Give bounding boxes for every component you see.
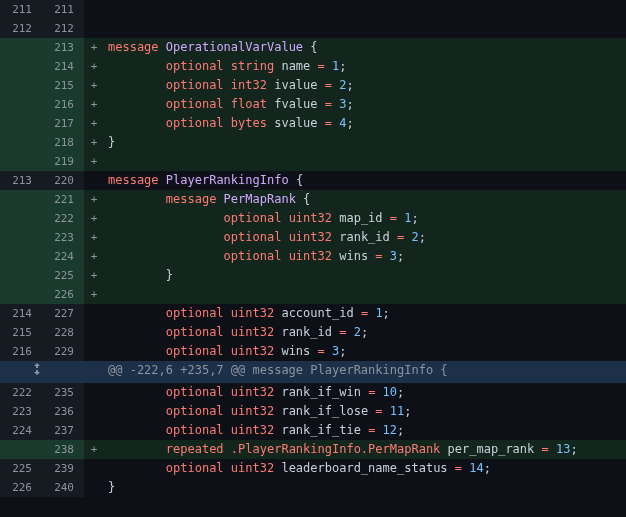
code-content[interactable]: optional uint32 map_id = 1; xyxy=(104,209,626,228)
diff-line[interactable]: 226+ xyxy=(0,285,626,304)
new-line-number[interactable]: 218 xyxy=(42,133,84,152)
code-content[interactable]: optional uint32 wins = 3; xyxy=(104,247,626,266)
code-content[interactable]: repeated .PlayerRankingInfo.PerMapRank p… xyxy=(104,440,626,459)
code-content[interactable]: optional uint32 wins = 3; xyxy=(104,342,626,361)
diff-line[interactable]: 225+ } xyxy=(0,266,626,285)
diff-line[interactable]: 218+} xyxy=(0,133,626,152)
new-line-number[interactable]: 219 xyxy=(42,152,84,171)
new-line-number[interactable]: 226 xyxy=(42,285,84,304)
code-content[interactable]: } xyxy=(104,478,626,497)
code-content[interactable]: optional uint32 account_id = 1; xyxy=(104,304,626,323)
new-line-number[interactable]: 222 xyxy=(42,209,84,228)
expand-hunk-button[interactable] xyxy=(0,361,84,383)
code-content[interactable]: optional uint32 rank_id = 2; xyxy=(104,323,626,342)
old-line-number[interactable]: 211 xyxy=(0,0,42,19)
new-line-number[interactable]: 227 xyxy=(42,304,84,323)
new-line-number[interactable]: 236 xyxy=(42,402,84,421)
code-content[interactable]: optional string name = 1; xyxy=(104,57,626,76)
diff-line[interactable]: 213+message OperationalVarValue { xyxy=(0,38,626,57)
new-line-number[interactable]: 217 xyxy=(42,114,84,133)
old-line-number[interactable]: 224 xyxy=(0,421,42,440)
old-line-number[interactable]: 216 xyxy=(0,342,42,361)
diff-line[interactable]: 215228 optional uint32 rank_id = 2; xyxy=(0,323,626,342)
diff-line[interactable]: 222235 optional uint32 rank_if_win = 10; xyxy=(0,383,626,402)
old-line-number[interactable]: 225 xyxy=(0,459,42,478)
code-content[interactable]: optional float fvalue = 3; xyxy=(104,95,626,114)
new-line-number[interactable]: 213 xyxy=(42,38,84,57)
diff-line[interactable]: 223+ optional uint32 rank_id = 2; xyxy=(0,228,626,247)
code-content[interactable]: optional uint32 rank_if_lose = 11; xyxy=(104,402,626,421)
old-line-number[interactable] xyxy=(0,114,42,133)
diff-line[interactable]: 215+ optional int32 ivalue = 2; xyxy=(0,76,626,95)
diff-line[interactable]: 212212 xyxy=(0,19,626,38)
diff-line[interactable]: 216229 optional uint32 wins = 3; xyxy=(0,342,626,361)
old-line-number[interactable] xyxy=(0,440,42,459)
diff-line[interactable]: @@ -222,6 +235,7 @@ message PlayerRankin… xyxy=(0,361,626,383)
old-line-number[interactable] xyxy=(0,266,42,285)
diff-line[interactable]: 223236 optional uint32 rank_if_lose = 11… xyxy=(0,402,626,421)
old-line-number[interactable] xyxy=(0,247,42,266)
old-line-number[interactable] xyxy=(0,190,42,209)
diff-line[interactable]: 213220message PlayerRankingInfo { xyxy=(0,171,626,190)
old-line-number[interactable]: 226 xyxy=(0,478,42,497)
old-line-number[interactable] xyxy=(0,152,42,171)
code-content[interactable] xyxy=(104,152,626,171)
new-line-number[interactable]: 212 xyxy=(42,19,84,38)
code-content[interactable] xyxy=(104,19,626,38)
old-line-number[interactable] xyxy=(0,57,42,76)
new-line-number[interactable]: 235 xyxy=(42,383,84,402)
code-content[interactable] xyxy=(104,0,626,19)
code-content[interactable]: optional uint32 rank_id = 2; xyxy=(104,228,626,247)
new-line-number[interactable]: 221 xyxy=(42,190,84,209)
diff-line[interactable]: 211211 xyxy=(0,0,626,19)
old-line-number[interactable]: 213 xyxy=(0,171,42,190)
diff-line[interactable]: 225239 optional uint32 leaderboard_name_… xyxy=(0,459,626,478)
new-line-number[interactable]: 239 xyxy=(42,459,84,478)
old-line-number[interactable] xyxy=(0,285,42,304)
new-line-number[interactable]: 220 xyxy=(42,171,84,190)
code-content[interactable]: optional uint32 rank_if_win = 10; xyxy=(104,383,626,402)
new-line-number[interactable]: 240 xyxy=(42,478,84,497)
code-content[interactable]: } xyxy=(104,266,626,285)
diff-line[interactable]: 238+ repeated .PlayerRankingInfo.PerMapR… xyxy=(0,440,626,459)
new-line-number[interactable]: 214 xyxy=(42,57,84,76)
old-line-number[interactable] xyxy=(0,209,42,228)
new-line-number[interactable]: 229 xyxy=(42,342,84,361)
new-line-number[interactable]: 228 xyxy=(42,323,84,342)
code-content[interactable]: } xyxy=(104,133,626,152)
diff-line[interactable]: 226240} xyxy=(0,478,626,497)
old-line-number[interactable]: 214 xyxy=(0,304,42,323)
new-line-number[interactable]: 238 xyxy=(42,440,84,459)
new-line-number[interactable]: 211 xyxy=(42,0,84,19)
code-content[interactable] xyxy=(104,285,626,304)
new-line-number[interactable]: 224 xyxy=(42,247,84,266)
diff-line[interactable]: 217+ optional bytes svalue = 4; xyxy=(0,114,626,133)
old-line-number[interactable]: 222 xyxy=(0,383,42,402)
code-content[interactable]: optional uint32 rank_if_tie = 12; xyxy=(104,421,626,440)
old-line-number[interactable] xyxy=(0,133,42,152)
code-content[interactable]: optional bytes svalue = 4; xyxy=(104,114,626,133)
diff-line[interactable]: 224+ optional uint32 wins = 3; xyxy=(0,247,626,266)
code-content[interactable]: optional int32 ivalue = 2; xyxy=(104,76,626,95)
old-line-number[interactable] xyxy=(0,95,42,114)
old-line-number[interactable]: 215 xyxy=(0,323,42,342)
new-line-number[interactable]: 225 xyxy=(42,266,84,285)
old-line-number[interactable]: 223 xyxy=(0,402,42,421)
diff-line[interactable]: 214+ optional string name = 1; xyxy=(0,57,626,76)
diff-line[interactable]: 221+ message PerMapRank { xyxy=(0,190,626,209)
old-line-number[interactable] xyxy=(0,38,42,57)
code-content[interactable]: message PlayerRankingInfo { xyxy=(104,171,626,190)
old-line-number[interactable] xyxy=(0,228,42,247)
code-content[interactable]: message PerMapRank { xyxy=(104,190,626,209)
code-content[interactable]: optional uint32 leaderboard_name_status … xyxy=(104,459,626,478)
old-line-number[interactable]: 212 xyxy=(0,19,42,38)
code-content[interactable]: message OperationalVarValue { xyxy=(104,38,626,57)
diff-line[interactable]: 224237 optional uint32 rank_if_tie = 12; xyxy=(0,421,626,440)
diff-line[interactable]: 214227 optional uint32 account_id = 1; xyxy=(0,304,626,323)
new-line-number[interactable]: 223 xyxy=(42,228,84,247)
diff-line[interactable]: 219+ xyxy=(0,152,626,171)
new-line-number[interactable]: 215 xyxy=(42,76,84,95)
new-line-number[interactable]: 237 xyxy=(42,421,84,440)
diff-line[interactable]: 216+ optional float fvalue = 3; xyxy=(0,95,626,114)
old-line-number[interactable] xyxy=(0,76,42,95)
